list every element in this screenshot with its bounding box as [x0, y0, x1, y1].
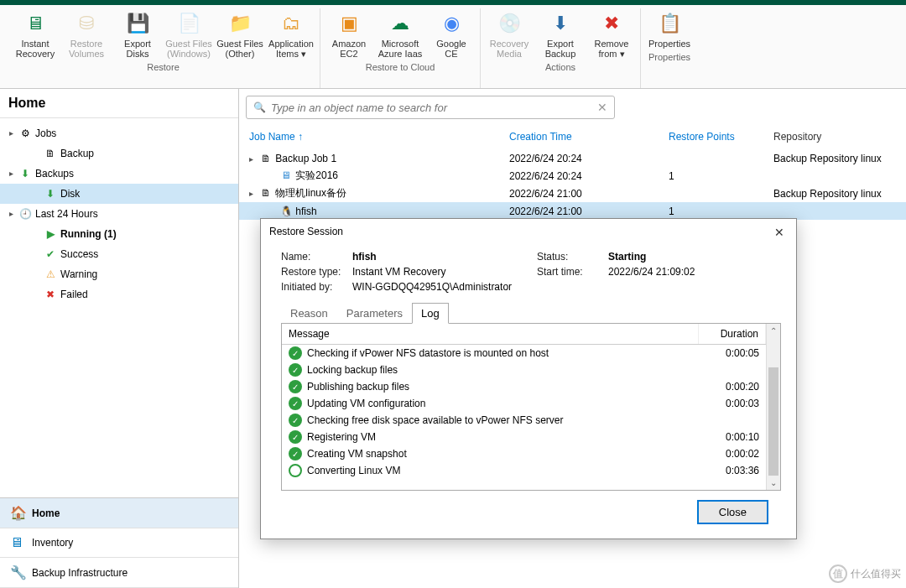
log-row[interactable]: ✓Registering VM0:00:10	[282, 429, 766, 445]
scrollbar[interactable]: ⌃ ⌄	[766, 324, 780, 490]
tab-reason[interactable]: Reason	[281, 303, 337, 324]
running-icon: ▶	[44, 226, 57, 242]
search-input[interactable]	[271, 101, 592, 114]
row-creation-time: 2022/6/24 20:24	[504, 153, 664, 164]
tree-last24[interactable]: ▸🕘Last 24 Hours	[0, 204, 238, 224]
log-row[interactable]: ✓Checking free disk space available to v…	[282, 412, 766, 429]
log-row[interactable]: ✓Publishing backup files0:00:20	[282, 378, 766, 395]
export-disks-icon: 💾	[124, 10, 151, 37]
nav-home[interactable]: 🏠Home	[0, 498, 238, 528]
nav-inventory[interactable]: 🖥Inventory	[0, 528, 238, 558]
google-ce-button[interactable]: ◉Google CE	[426, 8, 476, 60]
instant-recovery-button[interactable]: 🖥Instant Recovery	[10, 8, 60, 60]
tree-jobs[interactable]: ▸⚙Jobs	[0, 123, 238, 143]
dialog-title: Restore Session	[269, 226, 343, 239]
search-box[interactable]: 🔍 ✕	[246, 96, 615, 119]
grid-row[interactable]: 🐧 hfish2022/6/24 21:001	[239, 202, 906, 220]
group-label: Actions	[545, 62, 575, 72]
col-repository[interactable]: Repository	[768, 127, 901, 146]
row-repository: Backup Repository linux	[768, 188, 901, 200]
nav-buttons: 🏠Home🖥Inventory🔧Backup Infrastructure	[0, 497, 238, 588]
properties-button[interactable]: 📋Properties	[644, 8, 695, 50]
nav-tree: ▸⚙Jobs🗎Backup▸⬇Backups⬇Disk▸🕘Last 24 Hou…	[0, 118, 238, 497]
tree-backups[interactable]: ▸⬇Backups	[0, 164, 238, 184]
scroll-down-icon[interactable]: ⌄	[767, 476, 780, 490]
instant-recovery-icon: 🖥	[22, 10, 49, 37]
sort-asc-icon: ↑	[298, 131, 303, 143]
row-icon: 🗎	[259, 153, 273, 164]
log-duration: 0:03:36	[699, 465, 759, 476]
remove-from-button[interactable]: ✖Remove from ▾	[586, 8, 637, 60]
log-row[interactable]: ▶Converting Linux VM0:03:36	[282, 462, 766, 479]
success-icon: ✓	[289, 346, 302, 360]
tree-label: Success	[60, 246, 98, 263]
log-col-message[interactable]: Message	[282, 324, 699, 344]
amazon-ec2-label: Amazon EC2	[332, 39, 366, 59]
log-duration: 0:00:05	[699, 347, 759, 359]
grid-row[interactable]: ▸🗎 Backup Job 12022/6/24 20:24Backup Rep…	[239, 149, 906, 167]
info-start-label: Start time:	[537, 266, 608, 278]
info-type-label: Restore type:	[281, 266, 352, 278]
expand-icon[interactable]: ▸	[7, 165, 15, 182]
col-restore-points[interactable]: Restore Points	[664, 127, 768, 146]
row-name: 实验2016	[293, 169, 338, 181]
tree-running[interactable]: ▶Running (1)	[0, 224, 238, 244]
tree-success[interactable]: ✔Success	[0, 244, 238, 264]
clear-search-icon[interactable]: ✕	[597, 101, 607, 114]
google-ce-label: Google CE	[436, 39, 466, 59]
expand-icon[interactable]: ▸	[249, 154, 259, 164]
search-icon: 🔍	[253, 101, 266, 113]
amazon-ec2-button[interactable]: ▣Amazon EC2	[324, 8, 374, 60]
scroll-up-icon[interactable]: ⌃	[767, 324, 780, 338]
log-row[interactable]: ✓Locking backup files	[282, 362, 766, 378]
export-backup-button[interactable]: ⬇Export Backup	[535, 8, 586, 60]
grid-row[interactable]: 🖥 实验20162022/6/24 20:241	[239, 167, 906, 185]
tree-label: Last 24 Hours	[35, 206, 98, 222]
microsoft-azure-button[interactable]: ☁Microsoft Azure Iaas	[375, 8, 425, 60]
nav-backup-infra[interactable]: 🔧Backup Infrastructure	[0, 558, 238, 588]
tree-failed[interactable]: ✖Failed	[0, 284, 238, 304]
close-button[interactable]: Close	[698, 501, 768, 523]
log-row[interactable]: ✓Creating VM snapshot0:00:02	[282, 445, 766, 462]
close-icon[interactable]: ✕	[771, 226, 788, 239]
tab-parameters[interactable]: Parameters	[337, 303, 412, 324]
tree-label: Disk	[60, 185, 80, 202]
col-job-name[interactable]: Job Name ↑	[244, 127, 504, 146]
grid-row[interactable]: ▸🗎 物理机linux备份2022/6/24 21:00Backup Repos…	[239, 185, 906, 202]
guest-files-other-label: Guest Files (Other)	[216, 39, 263, 59]
nav-label: Home	[32, 507, 60, 519]
guest-files-other-button[interactable]: 📁Guest Files (Other)	[215, 8, 265, 60]
log-row[interactable]: ✓Checking if vPower NFS datastore is mou…	[282, 345, 766, 362]
tab-log[interactable]: Log	[412, 303, 449, 324]
sidebar-header: Home	[0, 89, 238, 118]
warning-icon: ⚠	[44, 266, 57, 283]
export-disks-button[interactable]: 💾Export Disks	[112, 8, 163, 60]
group-label: Properties	[648, 52, 690, 62]
expand-icon[interactable]: ▸	[7, 125, 15, 142]
success-icon: ✓	[289, 447, 302, 461]
row-icon: 🗎	[259, 187, 273, 199]
grid-body: ▸🗎 Backup Job 12022/6/24 20:24Backup Rep…	[239, 149, 906, 220]
log-row[interactable]: ✓Updating VM configuration0:00:03	[282, 395, 766, 412]
grid-header: Job Name ↑ Creation Time Restore Points …	[239, 122, 906, 149]
tree-backups-disk[interactable]: ⬇Disk	[0, 184, 238, 204]
col-creation-time[interactable]: Creation Time	[504, 127, 664, 146]
tree-warning[interactable]: ⚠Warning	[0, 264, 238, 284]
properties-icon: 📋	[656, 10, 683, 37]
recovery-media-icon: 💿	[496, 10, 523, 37]
log-message: Converting Linux VM	[307, 465, 699, 476]
row-restore-points: 1	[664, 206, 768, 217]
application-items-button[interactable]: 🗂Application Items ▾	[266, 8, 316, 60]
dialog-tabs: ReasonParametersLog	[281, 303, 781, 324]
scroll-thumb[interactable]	[768, 367, 778, 476]
expand-icon[interactable]: ▸	[249, 189, 259, 198]
restore-volumes-button: ⛁Restore Volumes	[61, 8, 112, 60]
row-restore-points: 1	[664, 170, 768, 182]
export-backup-icon: ⬇	[547, 10, 574, 37]
expand-icon[interactable]: ▸	[7, 206, 15, 222]
log-col-duration[interactable]: Duration	[699, 324, 766, 344]
watermark-icon: 值	[829, 565, 847, 583]
tree-label: Backups	[35, 165, 74, 182]
tree-jobs-backup[interactable]: 🗎Backup	[0, 143, 238, 164]
backup-infra-icon: 🔧	[10, 565, 25, 580]
